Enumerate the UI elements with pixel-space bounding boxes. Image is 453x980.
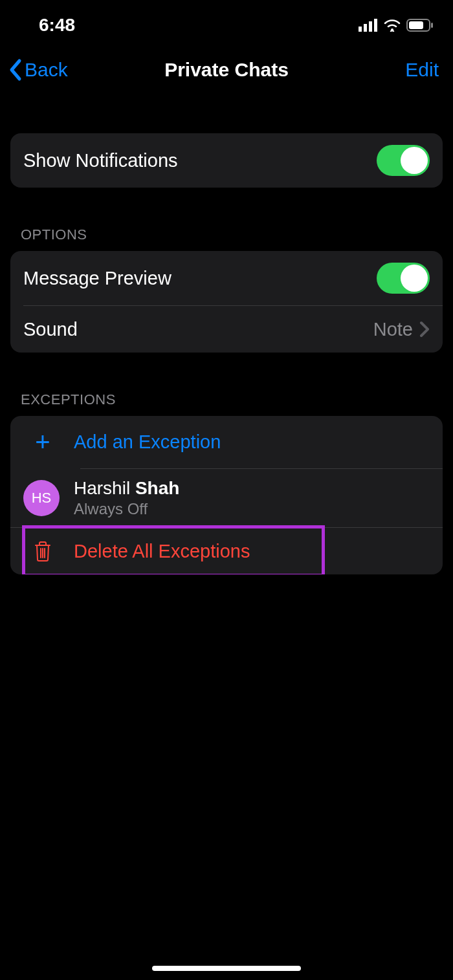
sound-value: Note: [373, 319, 413, 340]
chevron-right-icon: [419, 321, 430, 338]
sound-label: Sound: [23, 319, 373, 340]
plus-icon: +: [35, 428, 50, 457]
message-preview-label: Message Preview: [23, 268, 377, 289]
edit-button[interactable]: Edit: [405, 59, 439, 81]
svg-point-4: [391, 28, 393, 31]
status-bar: 6:48: [0, 0, 453, 39]
sound-row[interactable]: Sound Note: [10, 306, 443, 353]
exceptions-header: Exceptions: [10, 391, 443, 416]
back-button[interactable]: Back: [8, 58, 68, 82]
delete-all-exceptions-row[interactable]: Delete All Exceptions: [10, 528, 443, 574]
svg-rect-0: [359, 27, 362, 32]
show-notifications-label: Show Notifications: [23, 150, 377, 171]
nav-bar: Back Private Chats Edit: [0, 39, 453, 94]
svg-rect-6: [409, 21, 423, 29]
message-preview-row[interactable]: Message Preview: [10, 251, 443, 305]
cellular-icon: [359, 19, 378, 32]
options-section: Message Preview Sound Note: [10, 251, 443, 353]
wifi-icon: [383, 19, 401, 32]
trash-icon: [33, 540, 52, 562]
chevron-left-icon: [8, 58, 23, 82]
exceptions-section: + Add an Exception HS Harshil Shah Alway…: [10, 416, 443, 574]
battery-icon: [406, 19, 434, 32]
status-time: 6:48: [19, 15, 75, 36]
delete-all-exceptions-label: Delete All Exceptions: [74, 541, 250, 562]
avatar: HS: [23, 480, 60, 516]
add-exception-label: Add an Exception: [74, 431, 221, 453]
notifications-section: Show Notifications: [10, 133, 443, 188]
options-header: Options: [10, 226, 443, 251]
exception-name: Harshil Shah: [74, 478, 179, 499]
back-label: Back: [25, 59, 68, 81]
page-title: Private Chats: [164, 59, 289, 81]
svg-rect-2: [369, 21, 372, 32]
message-preview-toggle[interactable]: [377, 263, 430, 294]
show-notifications-row[interactable]: Show Notifications: [10, 133, 443, 188]
svg-rect-1: [364, 24, 367, 32]
exception-item[interactable]: HS Harshil Shah Always Off: [10, 469, 443, 527]
svg-rect-7: [431, 23, 433, 28]
exception-sub: Always Off: [74, 500, 179, 518]
show-notifications-toggle[interactable]: [377, 145, 430, 176]
svg-rect-3: [374, 19, 377, 32]
home-indicator[interactable]: [152, 966, 301, 971]
add-exception-row[interactable]: + Add an Exception: [10, 416, 443, 468]
status-icons: [359, 19, 434, 32]
